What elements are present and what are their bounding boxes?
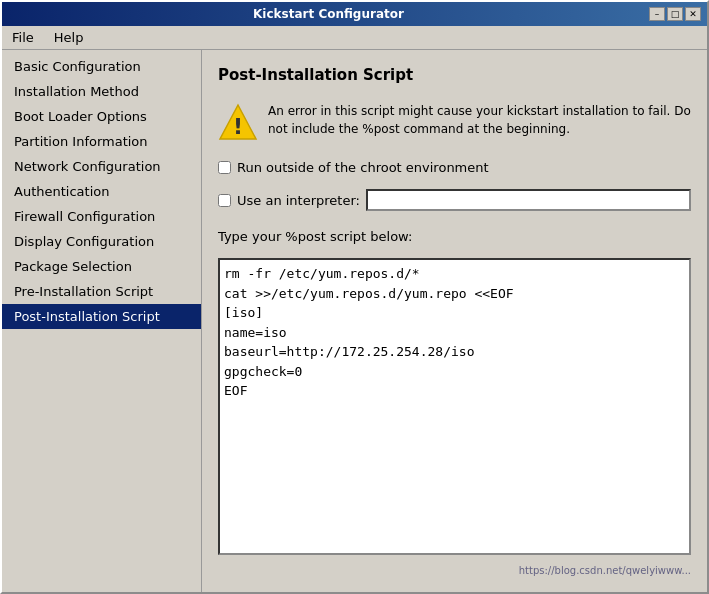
close-button[interactable]: ✕: [685, 7, 701, 21]
sidebar-item-installation-method[interactable]: Installation Method: [2, 79, 201, 104]
interpreter-row: Use an interpreter:: [218, 189, 691, 211]
content-area: Basic Configuration Installation Method …: [2, 50, 707, 592]
menubar: File Help: [2, 26, 707, 50]
chroot-label: Run outside of the chroot environment: [237, 160, 489, 175]
sidebar-item-post-installation-script[interactable]: Post-Installation Script: [2, 304, 201, 329]
chroot-checkbox-row: Run outside of the chroot environment: [218, 160, 691, 175]
sidebar-item-basic-configuration[interactable]: Basic Configuration: [2, 54, 201, 79]
minimize-button[interactable]: –: [649, 7, 665, 21]
sidebar-item-network-configuration[interactable]: Network Configuration: [2, 154, 201, 179]
sidebar-item-boot-loader-options[interactable]: Boot Loader Options: [2, 104, 201, 129]
sidebar-item-partition-information[interactable]: Partition Information: [2, 129, 201, 154]
script-label: Type your %post script below:: [218, 229, 691, 244]
interpreter-label: Use an interpreter:: [237, 193, 360, 208]
sidebar-item-authentication[interactable]: Authentication: [2, 179, 201, 204]
page-title: Post-Installation Script: [218, 66, 691, 84]
script-textarea[interactable]: rm -fr /etc/yum.repos.d/* cat >>/etc/yum…: [218, 258, 691, 555]
warning-text: An error in this script might cause your…: [268, 102, 691, 138]
sidebar-item-package-selection[interactable]: Package Selection: [2, 254, 201, 279]
maximize-button[interactable]: □: [667, 7, 683, 21]
menu-help[interactable]: Help: [48, 28, 90, 47]
titlebar-buttons: – □ ✕: [649, 7, 701, 21]
interpreter-checkbox[interactable]: [218, 194, 231, 207]
watermark: https://blog.csdn.net/qwelyiwww...: [218, 565, 691, 576]
window-title: Kickstart Configurator: [8, 7, 649, 21]
warning-icon: !: [218, 102, 258, 142]
main-panel: Post-Installation Script ! An error in t…: [202, 50, 707, 592]
menu-file[interactable]: File: [6, 28, 40, 47]
titlebar: Kickstart Configurator – □ ✕: [2, 2, 707, 26]
chroot-checkbox[interactable]: [218, 161, 231, 174]
sidebar-item-pre-installation-script[interactable]: Pre-Installation Script: [2, 279, 201, 304]
sidebar: Basic Configuration Installation Method …: [2, 50, 202, 592]
warning-box: ! An error in this script might cause yo…: [218, 102, 691, 142]
interpreter-input[interactable]: [366, 189, 691, 211]
svg-text:!: !: [233, 114, 243, 139]
main-window: Kickstart Configurator – □ ✕ File Help B…: [0, 0, 709, 594]
sidebar-item-firewall-configuration[interactable]: Firewall Configuration: [2, 204, 201, 229]
sidebar-item-display-configuration[interactable]: Display Configuration: [2, 229, 201, 254]
